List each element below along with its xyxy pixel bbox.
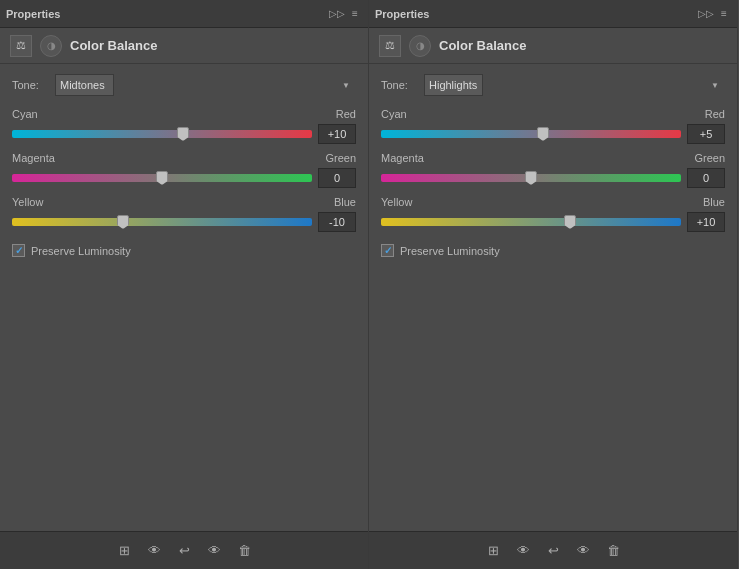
panel-1-slider-magenta-green: Magenta Green 0 (12, 152, 356, 188)
panel-1-yellow-blue-track-wrapper[interactable] (12, 213, 312, 231)
panel-1-magenta-green-track-wrapper[interactable] (12, 169, 312, 187)
panel-2-tone-row: Tone: Shadows Midtones Highlights (381, 74, 725, 96)
panel-1-slider-yellow-blue: Yellow Blue -10 (12, 196, 356, 232)
panel-1-cyan-red-labels: Cyan Red (12, 108, 356, 120)
panel-2-footer-icon-add[interactable]: ⊞ (484, 542, 502, 560)
panel-1-label-magenta: Magenta (12, 152, 55, 164)
panel-2-cyan-red-thumb[interactable] (537, 127, 549, 141)
panel-2-yellow-blue-labels: Yellow Blue (381, 196, 725, 208)
panel-1-slider-cyan-red: Cyan Red +10 (12, 108, 356, 144)
panel-1-magenta-green-labels: Magenta Green (12, 152, 356, 164)
panel-2-label-green: Green (694, 152, 725, 164)
panel-1-cyan-red-thumb[interactable] (177, 127, 189, 141)
panel-2-preserve-checkbox[interactable]: ✓ (381, 244, 394, 257)
panel-2-magenta-green-thumb[interactable] (525, 171, 537, 185)
panel-2-footer-icon-reset[interactable]: ↩ (544, 542, 562, 560)
panel-2-slider-yellow-blue: Yellow Blue +10 (381, 196, 725, 232)
panel-1-label-yellow: Yellow (12, 196, 43, 208)
balance-icon-2: ⚖ (379, 35, 401, 57)
panel-2: Properties ▷▷ ≡ ⚖ ◑ Color Balance Tone: … (369, 0, 738, 569)
panel-2-cyan-red-row: +5 (381, 124, 725, 144)
panel-2-yellow-blue-track (381, 218, 681, 226)
menu-icon[interactable]: ≡ (348, 7, 362, 21)
panel-1-label-blue: Blue (334, 196, 356, 208)
panel-1-title: Color Balance (70, 38, 157, 53)
panel-2-label-cyan: Cyan (381, 108, 407, 120)
panel-2-cyan-red-track-wrapper[interactable] (381, 125, 681, 143)
panel-1-label-cyan: Cyan (12, 108, 38, 120)
panel-1-label-red: Red (336, 108, 356, 120)
panel-1-footer-icon-eye[interactable]: 👁 (145, 542, 163, 560)
panel-1-cyan-red-track (12, 130, 312, 138)
panel-2-title-bar: ⚖ ◑ Color Balance (369, 28, 737, 64)
panel-1-title-bar: ⚖ ◑ Color Balance (0, 28, 368, 64)
panel-2-yellow-blue-row: +10 (381, 212, 725, 232)
panel-1-yellow-blue-thumb[interactable] (117, 215, 129, 229)
panel-1-yellow-blue-track (12, 218, 312, 226)
panel-1-tone-select-wrapper[interactable]: Shadows Midtones Highlights (55, 74, 356, 96)
panel-1-preserve-row: ✓ Preserve Luminosity (12, 244, 356, 257)
panel-1-tone-row: Tone: Shadows Midtones Highlights (12, 74, 356, 96)
panel-1-magenta-green-thumb[interactable] (156, 171, 168, 185)
panel-1-label-green: Green (325, 152, 356, 164)
panel-1-magenta-green-row: 0 (12, 168, 356, 188)
panel-1-tone-select[interactable]: Shadows Midtones Highlights (55, 74, 114, 96)
panel-1-footer-icon-reset[interactable]: ↩ (175, 542, 193, 560)
panel-1-checkmark-icon: ✓ (15, 245, 23, 256)
panel-1-footer-icon-delete[interactable]: 🗑 (235, 542, 253, 560)
panel-2-cyan-red-labels: Cyan Red (381, 108, 725, 120)
panel-2-checkmark-icon: ✓ (384, 245, 392, 256)
panel-2-tone-label: Tone: (381, 79, 416, 91)
panel-2-cyan-red-track (381, 130, 681, 138)
panel-2-cyan-red-value: +5 (687, 124, 725, 144)
panel-2-slider-magenta-green: Magenta Green 0 (381, 152, 725, 188)
panel-2-tone-select-wrapper[interactable]: Shadows Midtones Highlights (424, 74, 725, 96)
balance-icon-1: ⚖ (10, 35, 32, 57)
panel-2-footer: ⊞ 👁 ↩ 👁 🗑 (369, 531, 737, 569)
panel-2-expand-icon[interactable]: ▷▷ (699, 7, 713, 21)
panel-1: Properties ▷▷ ≡ ⚖ ◑ Color Balance Tone: … (0, 0, 369, 569)
panel-1-footer-icon-visibility[interactable]: 👁 (205, 542, 223, 560)
panel-2-magenta-green-row: 0 (381, 168, 725, 188)
panel-2-footer-icon-eye[interactable]: 👁 (514, 542, 532, 560)
panel-1-footer-icon-add[interactable]: ⊞ (115, 542, 133, 560)
panel-2-tone-select[interactable]: Shadows Midtones Highlights (424, 74, 483, 96)
panel-2-label-blue: Blue (703, 196, 725, 208)
panel-2-footer-icon-visibility[interactable]: 👁 (574, 542, 592, 560)
panel-2-yellow-blue-value: +10 (687, 212, 725, 232)
panel-1-cyan-red-value: +10 (318, 124, 356, 144)
panel-2-header: Properties ▷▷ ≡ (369, 0, 737, 28)
panel-2-content: Tone: Shadows Midtones Highlights Cyan R… (369, 64, 737, 531)
panel-2-header-icons: ▷▷ ≡ (699, 7, 731, 21)
panel-2-magenta-green-track-wrapper[interactable] (381, 169, 681, 187)
panel-2-footer-icon-delete[interactable]: 🗑 (604, 542, 622, 560)
panel-2-menu-icon[interactable]: ≡ (717, 7, 731, 21)
layer-icon-1: ◑ (40, 35, 62, 57)
panel-1-preserve-label: Preserve Luminosity (31, 245, 131, 257)
panel-1-preserve-checkbox[interactable]: ✓ (12, 244, 25, 257)
panel-2-magenta-green-value: 0 (687, 168, 725, 188)
panel-2-label-red: Red (705, 108, 725, 120)
panel-2-tab-label: Properties (375, 8, 429, 20)
panel-1-content: Tone: Shadows Midtones Highlights Cyan R… (0, 64, 368, 531)
panel-1-cyan-red-track-wrapper[interactable] (12, 125, 312, 143)
panel-1-header: Properties ▷▷ ≡ (0, 0, 368, 28)
panel-1-tone-label: Tone: (12, 79, 47, 91)
layer-icon-2: ◑ (409, 35, 431, 57)
panel-2-yellow-blue-thumb[interactable] (564, 215, 576, 229)
expand-icon[interactable]: ▷▷ (330, 7, 344, 21)
panel-2-label-yellow: Yellow (381, 196, 412, 208)
panel-2-title: Color Balance (439, 38, 526, 53)
panel-1-header-icons: ▷▷ ≡ (330, 7, 362, 21)
panel-2-yellow-blue-track-wrapper[interactable] (381, 213, 681, 231)
panel-2-preserve-row: ✓ Preserve Luminosity (381, 244, 725, 257)
panel-1-footer: ⊞ 👁 ↩ 👁 🗑 (0, 531, 368, 569)
panel-1-yellow-blue-row: -10 (12, 212, 356, 232)
panel-1-cyan-red-row: +10 (12, 124, 356, 144)
panel-2-label-magenta: Magenta (381, 152, 424, 164)
panel-1-tab-label: Properties (6, 8, 60, 20)
panel-2-magenta-green-track (381, 174, 681, 182)
panel-2-magenta-green-labels: Magenta Green (381, 152, 725, 164)
panel-2-slider-cyan-red: Cyan Red +5 (381, 108, 725, 144)
panel-1-yellow-blue-labels: Yellow Blue (12, 196, 356, 208)
